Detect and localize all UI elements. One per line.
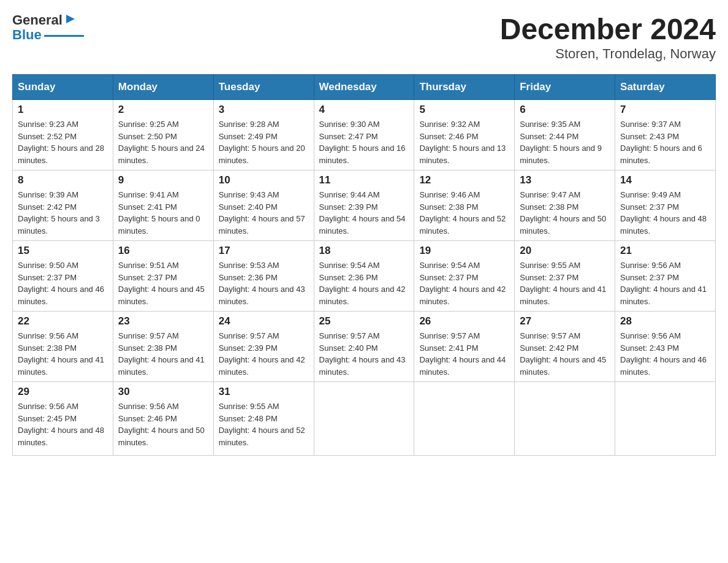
weekday-header-monday: Monday	[113, 75, 213, 100]
day-number: 24	[219, 315, 309, 327]
page-header: General Blue December 2024 Storen, Trond…	[12, 12, 716, 62]
day-number: 15	[18, 245, 108, 257]
logo-general-text: General	[12, 12, 63, 28]
calendar-day-cell: 19Sunrise: 9:54 AMSunset: 2:37 PMDayligh…	[414, 241, 515, 312]
day-number: 18	[319, 245, 409, 257]
calendar-day-cell: 15Sunrise: 9:50 AMSunset: 2:37 PMDayligh…	[13, 241, 113, 312]
day-info: Sunrise: 9:32 AMSunset: 2:46 PMDaylight:…	[419, 118, 509, 166]
day-info: Sunrise: 9:23 AMSunset: 2:52 PMDaylight:…	[18, 118, 108, 166]
weekday-header-row: SundayMondayTuesdayWednesdayThursdayFrid…	[13, 75, 716, 100]
day-info: Sunrise: 9:57 AMSunset: 2:42 PMDaylight:…	[520, 330, 610, 378]
calendar-day-cell: 14Sunrise: 9:49 AMSunset: 2:37 PMDayligh…	[615, 170, 716, 241]
calendar-week-row: 15Sunrise: 9:50 AMSunset: 2:37 PMDayligh…	[13, 241, 716, 312]
calendar-day-cell: 2Sunrise: 9:25 AMSunset: 2:50 PMDaylight…	[113, 100, 213, 170]
day-number: 22	[18, 315, 108, 327]
calendar-day-cell: 21Sunrise: 9:56 AMSunset: 2:37 PMDayligh…	[615, 241, 716, 312]
day-number: 20	[520, 245, 610, 257]
day-info: Sunrise: 9:41 AMSunset: 2:41 PMDaylight:…	[118, 189, 208, 237]
weekday-header-saturday: Saturday	[615, 75, 716, 100]
calendar-day-cell: 6Sunrise: 9:35 AMSunset: 2:44 PMDaylight…	[515, 100, 615, 170]
calendar-day-cell: 28Sunrise: 9:56 AMSunset: 2:43 PMDayligh…	[615, 312, 716, 382]
weekday-header-friday: Friday	[515, 75, 615, 100]
svg-marker-0	[66, 15, 75, 23]
calendar-day-cell: 3Sunrise: 9:28 AMSunset: 2:49 PMDaylight…	[213, 100, 314, 170]
day-info: Sunrise: 9:53 AMSunset: 2:36 PMDaylight:…	[219, 259, 309, 307]
weekday-header-wednesday: Wednesday	[314, 75, 414, 100]
day-number: 17	[219, 245, 309, 257]
calendar-day-cell: 16Sunrise: 9:51 AMSunset: 2:37 PMDayligh…	[113, 241, 213, 312]
weekday-header-sunday: Sunday	[13, 75, 113, 100]
day-info: Sunrise: 9:57 AMSunset: 2:41 PMDaylight:…	[419, 330, 509, 378]
day-number: 27	[520, 315, 610, 327]
month-title: December 2024	[500, 12, 716, 46]
day-number: 5	[419, 104, 509, 116]
calendar-day-cell: 25Sunrise: 9:57 AMSunset: 2:40 PMDayligh…	[314, 312, 414, 382]
day-number: 31	[219, 386, 309, 398]
calendar-day-cell: 23Sunrise: 9:57 AMSunset: 2:38 PMDayligh…	[113, 312, 213, 382]
day-info: Sunrise: 9:39 AMSunset: 2:42 PMDaylight:…	[18, 189, 108, 237]
day-info: Sunrise: 9:56 AMSunset: 2:46 PMDaylight:…	[118, 400, 208, 448]
day-number: 12	[419, 174, 509, 186]
day-info: Sunrise: 9:44 AMSunset: 2:39 PMDaylight:…	[319, 189, 409, 237]
day-number: 13	[520, 174, 610, 186]
day-info: Sunrise: 9:51 AMSunset: 2:37 PMDaylight:…	[118, 259, 208, 307]
day-number: 4	[319, 104, 409, 116]
calendar-day-cell: 17Sunrise: 9:53 AMSunset: 2:36 PMDayligh…	[213, 241, 314, 312]
calendar-week-row: 8Sunrise: 9:39 AMSunset: 2:42 PMDaylight…	[13, 170, 716, 241]
day-number: 2	[118, 104, 208, 116]
calendar-day-cell: 1Sunrise: 9:23 AMSunset: 2:52 PMDaylight…	[13, 100, 113, 170]
day-number: 30	[118, 386, 208, 398]
day-info: Sunrise: 9:47 AMSunset: 2:38 PMDaylight:…	[520, 189, 610, 237]
day-number: 11	[319, 174, 409, 186]
calendar-day-cell: 22Sunrise: 9:56 AMSunset: 2:38 PMDayligh…	[13, 312, 113, 382]
day-number: 6	[520, 104, 610, 116]
calendar-day-cell: 4Sunrise: 9:30 AMSunset: 2:47 PMDaylight…	[314, 100, 414, 170]
calendar-day-cell: 9Sunrise: 9:41 AMSunset: 2:41 PMDaylight…	[113, 170, 213, 241]
logo: General Blue	[12, 12, 84, 43]
weekday-header-thursday: Thursday	[414, 75, 515, 100]
day-info: Sunrise: 9:37 AMSunset: 2:43 PMDaylight:…	[620, 118, 710, 166]
day-number: 8	[18, 174, 108, 186]
logo-underline	[44, 35, 84, 37]
calendar-day-cell: 11Sunrise: 9:44 AMSunset: 2:39 PMDayligh…	[314, 170, 414, 241]
calendar-day-cell: 26Sunrise: 9:57 AMSunset: 2:41 PMDayligh…	[414, 312, 515, 382]
day-info: Sunrise: 9:54 AMSunset: 2:37 PMDaylight:…	[419, 259, 509, 307]
calendar-day-cell: 18Sunrise: 9:54 AMSunset: 2:36 PMDayligh…	[314, 241, 414, 312]
calendar-day-cell: 7Sunrise: 9:37 AMSunset: 2:43 PMDaylight…	[615, 100, 716, 170]
calendar-day-cell: 31Sunrise: 9:55 AMSunset: 2:48 PMDayligh…	[213, 382, 314, 456]
day-number: 3	[219, 104, 309, 116]
calendar-day-cell: 8Sunrise: 9:39 AMSunset: 2:42 PMDaylight…	[13, 170, 113, 241]
logo-arrow-icon	[65, 13, 76, 25]
weekday-header-tuesday: Tuesday	[213, 75, 314, 100]
day-info: Sunrise: 9:43 AMSunset: 2:40 PMDaylight:…	[219, 189, 309, 237]
day-info: Sunrise: 9:49 AMSunset: 2:37 PMDaylight:…	[620, 189, 710, 237]
calendar-day-cell	[314, 382, 414, 456]
day-info: Sunrise: 9:57 AMSunset: 2:39 PMDaylight:…	[219, 330, 309, 378]
calendar-table: SundayMondayTuesdayWednesdayThursdayFrid…	[12, 74, 716, 456]
calendar-day-cell: 10Sunrise: 9:43 AMSunset: 2:40 PMDayligh…	[213, 170, 314, 241]
day-number: 16	[118, 245, 208, 257]
day-number: 28	[620, 315, 710, 327]
day-info: Sunrise: 9:56 AMSunset: 2:45 PMDaylight:…	[18, 400, 108, 448]
calendar-day-cell: 13Sunrise: 9:47 AMSunset: 2:38 PMDayligh…	[515, 170, 615, 241]
day-info: Sunrise: 9:54 AMSunset: 2:36 PMDaylight:…	[319, 259, 409, 307]
day-number: 19	[419, 245, 509, 257]
day-info: Sunrise: 9:57 AMSunset: 2:40 PMDaylight:…	[319, 330, 409, 378]
calendar-day-cell	[615, 382, 716, 456]
calendar-day-cell: 12Sunrise: 9:46 AMSunset: 2:38 PMDayligh…	[414, 170, 515, 241]
title-area: December 2024 Storen, Trondelag, Norway	[500, 12, 716, 62]
calendar-week-row: 22Sunrise: 9:56 AMSunset: 2:38 PMDayligh…	[13, 312, 716, 382]
day-info: Sunrise: 9:55 AMSunset: 2:37 PMDaylight:…	[520, 259, 610, 307]
calendar-day-cell: 24Sunrise: 9:57 AMSunset: 2:39 PMDayligh…	[213, 312, 314, 382]
calendar-day-cell: 30Sunrise: 9:56 AMSunset: 2:46 PMDayligh…	[113, 382, 213, 456]
day-number: 9	[118, 174, 208, 186]
day-info: Sunrise: 9:35 AMSunset: 2:44 PMDaylight:…	[520, 118, 610, 166]
day-info: Sunrise: 9:50 AMSunset: 2:37 PMDaylight:…	[18, 259, 108, 307]
day-number: 14	[620, 174, 710, 186]
day-number: 26	[419, 315, 509, 327]
day-info: Sunrise: 9:57 AMSunset: 2:38 PMDaylight:…	[118, 330, 208, 378]
day-number: 1	[18, 104, 108, 116]
calendar-day-cell: 5Sunrise: 9:32 AMSunset: 2:46 PMDaylight…	[414, 100, 515, 170]
calendar-day-cell: 27Sunrise: 9:57 AMSunset: 2:42 PMDayligh…	[515, 312, 615, 382]
calendar-day-cell	[414, 382, 515, 456]
